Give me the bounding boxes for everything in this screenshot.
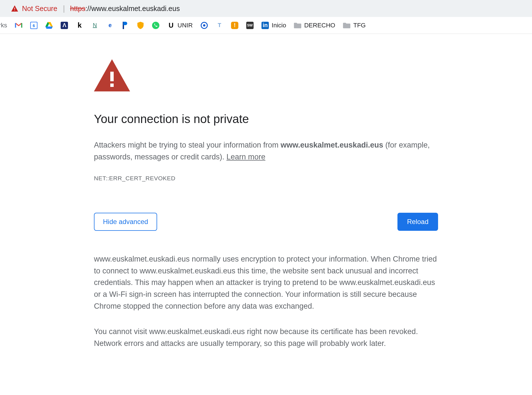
svg-rect-12 — [110, 72, 114, 81]
page-content: Your connection is not private Attackers… — [0, 34, 532, 363]
bookmark-target[interactable] — [201, 22, 208, 29]
folder-icon — [294, 22, 301, 29]
url-scheme: https — [70, 5, 85, 12]
reload-button[interactable]: Reload — [397, 213, 438, 231]
bookmark-a[interactable]: Λ — [61, 22, 68, 29]
letter-p-icon — [122, 22, 129, 29]
hide-advanced-button[interactable]: Hide advanced — [94, 213, 157, 231]
folder-label: DERECHO — [304, 22, 335, 29]
url-rest: ://www.euskalmet.euskadi.eus — [85, 5, 180, 12]
letter-k-icon: k — [76, 22, 83, 29]
letter-a-icon: Λ — [61, 22, 68, 29]
not-secure-label[interactable]: Not Secure — [22, 5, 57, 13]
summary-pre: Attackers might be trying to steal your … — [94, 141, 281, 149]
advanced-paragraph-1: www.euskalmet.euskadi.eus normally uses … — [94, 253, 438, 312]
whatsapp-icon — [152, 22, 159, 29]
folder-tfg[interactable]: TFG — [343, 22, 366, 29]
bookmark-chat[interactable]: ! — [231, 22, 238, 29]
chat-icon: ! — [231, 22, 238, 29]
bookmark-p[interactable] — [122, 22, 129, 29]
letter-e-icon: e — [106, 22, 114, 29]
svg-marker-7 — [45, 27, 53, 29]
url-display[interactable]: https://www.euskalmet.euskadi.eus — [70, 5, 180, 13]
drive-icon — [45, 22, 53, 29]
whatsapp-icon[interactable] — [152, 22, 159, 29]
bookmark-shield[interactable] — [137, 22, 144, 29]
address-bar[interactable]: Not Secure | https://www.euskalmet.euska… — [0, 0, 532, 17]
folder-derecho[interactable]: DERECHO — [294, 22, 335, 29]
linkedin-icon[interactable]: in Inicio — [261, 22, 286, 29]
drive-icon[interactable] — [45, 22, 53, 29]
bookmark-n[interactable]: N — [91, 22, 98, 29]
calendar-icon[interactable]: 6 — [30, 22, 38, 29]
button-row: Hide advanced Reload — [94, 213, 438, 231]
letter-t-icon: T — [216, 22, 223, 29]
folder-label: TFG — [353, 22, 366, 29]
target-icon — [201, 22, 208, 29]
calendar-icon: 6 — [30, 22, 38, 29]
linkedin-icon: in — [261, 22, 269, 29]
letter-n-icon: N — [91, 22, 98, 29]
svg-rect-2 — [14, 10, 15, 10]
bookmark-t[interactable]: T — [216, 22, 223, 29]
gmail-icon[interactable] — [15, 22, 22, 29]
5w-icon: 5W — [246, 22, 254, 29]
learn-more-link[interactable]: Learn more — [227, 153, 265, 161]
advanced-paragraph-2: You cannot visit www.euskalmet.euskadi.e… — [94, 326, 438, 350]
svg-point-8 — [152, 22, 159, 29]
error-headline: Your connection is not private — [94, 112, 438, 126]
summary-domain: www.euskalmet.euskadi.eus — [281, 141, 383, 149]
letter-u-icon: U — [167, 22, 175, 29]
address-separator: | — [63, 4, 65, 13]
bookmark-u[interactable]: U UNIR — [167, 22, 193, 29]
bookmarks-leading-cut: rks — [0, 22, 7, 29]
shield-icon — [137, 22, 144, 29]
error-code: NET::ERR_CERT_REVOKED — [94, 175, 438, 182]
bookmark-5w[interactable]: 5W — [246, 22, 254, 29]
bookmark-label: UNIR — [177, 22, 193, 29]
warning-triangle-icon — [11, 5, 18, 12]
bookmarks-bar: rks 6 Λ k N e — [0, 17, 532, 34]
bookmark-label: Inicio — [272, 22, 286, 29]
gmail-icon — [15, 22, 22, 29]
error-summary: Attackers might be trying to steal your … — [94, 139, 438, 163]
svg-rect-1 — [14, 8, 15, 9]
svg-rect-13 — [110, 84, 114, 87]
svg-point-10 — [203, 24, 205, 27]
folder-icon — [343, 22, 350, 29]
ssl-error-interstitial: Your connection is not private Attackers… — [94, 59, 438, 363]
bookmark-k[interactable]: k — [76, 22, 83, 29]
warning-triangle-icon — [94, 59, 438, 93]
bookmark-e[interactable]: e — [106, 22, 114, 29]
svg-text:6: 6 — [33, 23, 35, 28]
